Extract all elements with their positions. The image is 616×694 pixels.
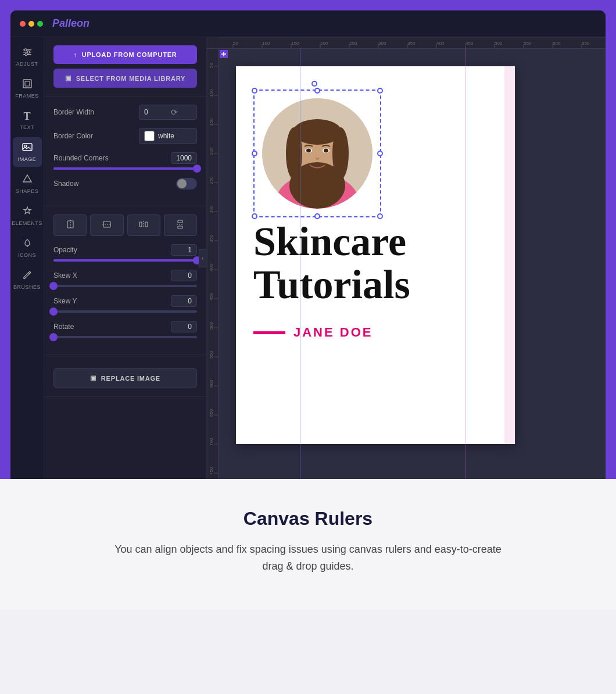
tool-frames[interactable]: FRAMES xyxy=(13,74,42,103)
skew-y-slider[interactable] xyxy=(53,310,197,313)
skew-x-slider[interactable] xyxy=(53,285,197,287)
canvas-title: Skincare Tutorials xyxy=(253,220,410,306)
tool-elements[interactable]: ELEMENTS xyxy=(13,201,42,231)
selection-handle-tl[interactable] xyxy=(252,88,257,94)
brushes-label: BRUSHES xyxy=(13,284,41,290)
author-line: JANE DOE xyxy=(253,325,373,340)
align-row xyxy=(53,214,197,236)
elements-label: ELEMENTS xyxy=(12,220,42,226)
maximize-dot[interactable] xyxy=(37,21,43,27)
canvas-title-line1: Skincare xyxy=(253,220,410,263)
selection-handle-mr[interactable] xyxy=(377,151,383,156)
svg-text:150: 150 xyxy=(209,118,214,126)
pink-accent xyxy=(504,66,515,444)
border-width-input[interactable] xyxy=(144,108,167,116)
svg-text:350: 350 xyxy=(407,41,416,46)
rounded-corners-label: Rounded Corners xyxy=(53,154,109,162)
panel-collapse-tab[interactable]: ‹ xyxy=(199,249,207,267)
rotate-value: 0 xyxy=(171,321,197,332)
tool-shapes[interactable]: SHAPES xyxy=(13,169,42,199)
bottom-title: Canvas Rulers xyxy=(35,508,581,530)
editor-main: ADJUST FRAMES T TEXT xyxy=(10,37,606,479)
svg-text:500: 500 xyxy=(209,321,214,330)
canvas-position-indicator xyxy=(220,50,228,58)
icons-icon xyxy=(22,238,33,251)
svg-text:200: 200 xyxy=(209,147,214,155)
selection-handle-tc[interactable] xyxy=(314,88,320,94)
replace-label: REPLACE IMAGE xyxy=(101,375,160,382)
skew-y-value: 0 xyxy=(171,295,197,307)
selection-handle-ml[interactable] xyxy=(252,151,257,156)
selection-handle-br[interactable] xyxy=(377,213,383,219)
distribute-vertical-button[interactable] xyxy=(164,214,197,236)
tools-sidebar: ADJUST FRAMES T TEXT xyxy=(10,37,44,479)
svg-text:750: 750 xyxy=(209,467,214,475)
text-label: TEXT xyxy=(20,124,34,130)
minimize-dot[interactable] xyxy=(28,21,34,27)
rounded-corners-row: Rounded Corners 1000 xyxy=(53,152,197,170)
shadow-toggle[interactable] xyxy=(176,178,197,189)
svg-text:600: 600 xyxy=(553,41,561,46)
upload-icon: ↑ xyxy=(73,51,77,58)
tool-text[interactable]: T TEXT xyxy=(13,106,42,135)
portrait-container[interactable] xyxy=(262,98,373,209)
border-color-swatch[interactable] xyxy=(144,131,155,141)
elements-icon xyxy=(22,206,33,219)
guide-vertical-2 xyxy=(465,49,466,479)
svg-point-3 xyxy=(24,49,27,51)
svg-text:600: 600 xyxy=(209,380,214,388)
author-name: JANE DOE xyxy=(293,325,373,340)
skew-y-row: Skew Y 0 xyxy=(53,295,197,313)
skew-x-value: 0 xyxy=(171,270,197,281)
border-width-input-box[interactable]: ⟳ xyxy=(139,105,197,120)
frames-icon xyxy=(22,78,33,91)
rounded-corners-value: 1000 xyxy=(171,152,197,164)
adjust-icon xyxy=(22,46,33,59)
svg-point-95 xyxy=(306,149,311,153)
replace-image-button[interactable]: ▣ REPLACE IMAGE xyxy=(53,368,197,388)
text-icon: T xyxy=(23,110,30,123)
selection-handle-bl[interactable] xyxy=(252,213,257,219)
shadow-label: Shadow xyxy=(53,180,78,188)
editor-section: Palleon ADJU xyxy=(0,0,616,479)
rounded-corners-slider[interactable] xyxy=(53,167,197,170)
svg-text:100: 100 xyxy=(209,89,214,97)
opacity-slider[interactable] xyxy=(53,259,197,262)
tool-icons[interactable]: ICONS xyxy=(13,233,42,263)
align-vertical-center-button[interactable] xyxy=(53,214,87,236)
svg-rect-6 xyxy=(23,80,31,88)
tool-brushes[interactable]: BRUSHES xyxy=(13,265,42,295)
border-color-input-box[interactable]: white xyxy=(139,128,197,144)
svg-text:100: 100 xyxy=(262,41,270,46)
shadow-toggle-knob xyxy=(177,179,187,188)
canvas-title-line2: Tutorials xyxy=(253,263,410,306)
svg-text:50: 50 xyxy=(233,41,238,46)
selection-handle-bc[interactable] xyxy=(314,213,320,219)
upload-button[interactable]: ↑ UPLOAD FROM COMPUTER xyxy=(53,45,197,64)
ruler-top: 50 100 150 200 250 300 350 xyxy=(207,37,606,49)
border-width-icon: ⟳ xyxy=(171,108,178,117)
align-horizontal-center-button[interactable] xyxy=(90,214,123,236)
skew-x-label: Skew X xyxy=(53,271,77,280)
tool-image[interactable]: IMAGE xyxy=(13,137,42,167)
bottom-section: Canvas Rulers You can align objects and … xyxy=(0,479,616,610)
svg-rect-19 xyxy=(178,220,182,223)
selection-handle-tr[interactable] xyxy=(377,88,383,94)
svg-text:300: 300 xyxy=(378,41,386,46)
align-section: Opacity 1 Skew X 0 xyxy=(44,206,206,355)
title-bar: Palleon xyxy=(10,10,606,37)
close-dot[interactable] xyxy=(20,21,26,27)
image-label: IMAGE xyxy=(18,156,37,162)
move-handle[interactable] xyxy=(311,81,317,87)
shapes-icon xyxy=(22,174,33,187)
shadow-row: Shadow xyxy=(53,178,197,189)
media-label: SELECT FROM MEDIA LIBRARY xyxy=(76,75,185,82)
rotate-label: Rotate xyxy=(53,323,74,331)
border-color-value: white xyxy=(158,132,174,140)
distribute-horizontal-button[interactable] xyxy=(127,214,160,236)
media-library-button[interactable]: ▣ SELECT FROM MEDIA LIBRARY xyxy=(53,69,197,88)
tool-adjust[interactable]: ADJUST xyxy=(13,42,42,71)
rotate-slider[interactable] xyxy=(53,336,197,338)
canvas-viewport[interactable]: Skincare Tutorials JANE DOE xyxy=(219,49,606,479)
skew-x-row: Skew X 0 xyxy=(53,270,197,287)
